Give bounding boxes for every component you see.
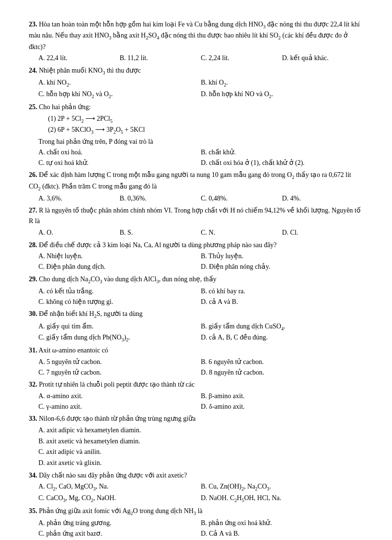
q32-text: 32. Protit tự nhiên là chuỗi poli peptit… bbox=[29, 379, 363, 390]
q28-text: 28. Để điều chế được cả 3 kim loại Na, C… bbox=[29, 240, 363, 251]
q26-options: A. 3,6%. B. 0,36%. C. 0,48%. D. 4%. bbox=[38, 193, 363, 204]
q28-optD: D. Điện phân nóng chảy. bbox=[201, 262, 363, 272]
q35-text: 35. Phản ứng giữa axit fomic với Ag2O tr… bbox=[29, 506, 363, 517]
q25-text: 25. Cho hai phản ứng: bbox=[29, 102, 363, 113]
q33-optA: A. axit adipic và hexametylen diamin. bbox=[38, 425, 363, 436]
question-26: 26. Để xác định hàm lượng C trong một mẫ… bbox=[29, 170, 363, 203]
q30-text: 30. Để nhận biết khí H2S, người ta dùng bbox=[29, 309, 363, 320]
q33-options: A. axit adipic và hexametylen diamin. B.… bbox=[38, 425, 363, 468]
q33-text: 33. Nilon-6,6 được tạo thành từ phản ứng… bbox=[29, 414, 363, 424]
q28-optB: B. Thủy luyện. bbox=[201, 251, 363, 262]
question-24: 24. Nhiệt phân muối KNO3 thì thu được A.… bbox=[29, 65, 363, 100]
q32-optB: B. β-amino axit. bbox=[201, 391, 363, 402]
q32-options: A. α-amino axit. B. β-amino axit. C. γ-a… bbox=[38, 391, 363, 412]
question-31: 31. Axit ω-amino enantoic có A. 5 nguyên… bbox=[29, 345, 363, 377]
q26-text: 26. Để xác định hàm lượng C trong một mẫ… bbox=[29, 170, 363, 192]
q26-optA: A. 3,6%. bbox=[38, 193, 120, 204]
q24-optB: B. khí O2. bbox=[201, 77, 363, 88]
q31-text: 31. Axit ω-amino enantoic có bbox=[29, 345, 363, 356]
q35-options: A. phản ứng tráng gương. B. phản ứng oxi… bbox=[38, 518, 363, 539]
q31-optD: D. 8 nguyên tử cacbon. bbox=[201, 367, 363, 378]
question-27: 27. R là nguyên tố thuộc phân nhóm chính… bbox=[29, 205, 363, 238]
q34-optB: B. Cu, Zn(OH)2, Na2CO3. bbox=[201, 481, 363, 492]
q25-reaction1: (1) 2P + 5Cl2 ⟶ 2PCl5 bbox=[48, 113, 363, 125]
question-25: 25. Cho hai phản ứng: (1) 2P + 5Cl2 ⟶ 2P… bbox=[29, 102, 363, 168]
q27-text: 27. R là nguyên tố thuộc phân nhóm chính… bbox=[29, 205, 363, 226]
question-29: 29. Cho dung dịch Na2CO3 vào dung dịch A… bbox=[29, 274, 363, 307]
q25-reactions: (1) 2P + 5Cl2 ⟶ 2PCl5 (2) 6P + 5KClO3 ⟶ … bbox=[48, 113, 363, 136]
q35-optA: A. phản ứng tráng gương. bbox=[38, 518, 201, 528]
q23-text: 23. Hòa tan hoàn toàn một hỗn hợp gồm ha… bbox=[29, 19, 363, 52]
q25-options: A. chất oxi hoá. B. chất khử. C. tự oxi … bbox=[38, 147, 363, 168]
q24-options: A. khí NO2. B. khí O2. C. hỗn hợp khí NO… bbox=[38, 77, 363, 100]
q25-sub-text: Trong hai phản ứng trên, P đóng vai trò … bbox=[38, 137, 363, 147]
exam-content: 23. Hòa tan hoàn toàn một hỗn hợp gồm ha… bbox=[29, 19, 363, 539]
q32-optC: C. γ-amino axit. bbox=[38, 402, 201, 412]
q25-optD: D. chất oxi hóa ở (1), chất khử ở (2). bbox=[201, 158, 363, 168]
q26-optB: B. 0,36%. bbox=[120, 193, 201, 204]
q31-optB: B. 6 nguyên tử cacbon. bbox=[201, 357, 363, 367]
q33-optB: B. axit axetic và hexametylen diamin. bbox=[38, 436, 363, 447]
q29-optB: B. có khí bay ra. bbox=[201, 286, 363, 297]
q23-options: A. 22,4 lít. B. 11,2 lít. C. 2,24 lít. D… bbox=[38, 53, 363, 63]
q27-options: A. O. B. S. C. N. D. Cl. bbox=[38, 227, 363, 238]
q34-options: A. Cl2, CaO, MgCO3, Na. B. Cu, Zn(OH)2, … bbox=[38, 481, 363, 504]
q23-optA: A. 22,4 lít. bbox=[38, 53, 120, 63]
q31-optC: C. 7 nguyên tử cacbon. bbox=[38, 367, 201, 378]
q25-optB: B. chất khử. bbox=[201, 147, 363, 158]
q31-optA: A. 5 nguyên tử cacbon. bbox=[38, 357, 201, 367]
q29-optC: C. không có hiện tượng gì. bbox=[38, 297, 201, 307]
q30-optA: A. giấy quì tím ẩm. bbox=[38, 321, 201, 332]
q24-text: 24. Nhiệt phân muối KNO3 thì thu được bbox=[29, 65, 363, 76]
q31-options: A. 5 nguyên tử cacbon. B. 6 nguyên tử ca… bbox=[38, 357, 363, 377]
question-23: 23. Hòa tan hoàn toàn một hỗn hợp gồm ha… bbox=[29, 19, 363, 63]
q30-options: A. giấy quì tím ẩm. B. giấy tẩm dung dịc… bbox=[38, 321, 363, 344]
q27-optB: B. S. bbox=[120, 227, 201, 238]
q34-optC: C. CaCO3, Mg, CO2, NaOH. bbox=[38, 493, 201, 504]
q23-optD: D. kết quả khác. bbox=[282, 53, 363, 63]
q30-optD: D. cả A, B, C đều đúng. bbox=[201, 332, 363, 343]
q35-optD: D. Cả A và B. bbox=[201, 528, 363, 539]
q25-reaction2: (2) 6P + 5KClO3 ⟶ 3P2O5 + 5KCl bbox=[48, 125, 363, 136]
q32-optA: A. α-amino axit. bbox=[38, 391, 201, 402]
q33-optD: D. axit axetic và glixin. bbox=[38, 458, 363, 468]
q23-optB: B. 11,2 lít. bbox=[120, 53, 201, 63]
q28-options: A. Nhiệt luyện. B. Thủy luyện. C. Điện p… bbox=[38, 251, 363, 272]
q28-optA: A. Nhiệt luyện. bbox=[38, 251, 201, 262]
q29-text: 29. Cho dung dịch Na2CO3 vào dung dịch A… bbox=[29, 274, 363, 285]
q23-optC: C. 2,24 lít. bbox=[201, 53, 282, 63]
question-33: 33. Nilon-6,6 được tạo thành từ phản ứng… bbox=[29, 414, 363, 468]
question-34: 34. Dãy chất nào sau đây phản ứng được v… bbox=[29, 470, 363, 504]
q35-optC: C. phản ứng axit bazơ. bbox=[38, 528, 201, 539]
q29-options: A. có kết tủa trắng. B. có khí bay ra. C… bbox=[38, 286, 363, 307]
q34-text: 34. Dãy chất nào sau đây phản ứng được v… bbox=[29, 470, 363, 481]
q25-optA: A. chất oxi hoá. bbox=[38, 147, 201, 158]
q34-optA: A. Cl2, CaO, MgCO3, Na. bbox=[38, 481, 201, 492]
q24-optA: A. khí NO2. bbox=[38, 77, 201, 88]
question-35: 35. Phản ứng giữa axit fomic với Ag2O tr… bbox=[29, 506, 363, 539]
q33-optC: C. axit adipic và anilin. bbox=[38, 447, 363, 457]
q27-optC: C. N. bbox=[201, 227, 282, 238]
question-30: 30. Để nhận biết khí H2S, người ta dùng … bbox=[29, 309, 363, 343]
q34-optD: D. NaOH. C2H5OH, HCl, Na. bbox=[201, 493, 363, 504]
q26-optC: C. 0,48%. bbox=[201, 193, 282, 204]
q24-optD: D. hỗn hợp khí NO và O2. bbox=[201, 89, 363, 100]
q29-optD: D. cả A và B. bbox=[201, 297, 363, 307]
question-28: 28. Để điều chế được cả 3 kim loại Na, C… bbox=[29, 240, 363, 272]
q29-optA: A. có kết tủa trắng. bbox=[38, 286, 201, 297]
q26-optD: D. 4%. bbox=[282, 193, 363, 204]
q30-optB: B. giấy tẩm dung dịch CuSO4. bbox=[201, 321, 363, 332]
q35-optB: B. phản ứng oxi hoá khử. bbox=[201, 518, 363, 528]
q28-optC: C. Điện phân dung dịch. bbox=[38, 262, 201, 272]
q24-optC: C. hỗn hợp khí NO2 và O2. bbox=[38, 89, 201, 100]
q27-optA: A. O. bbox=[38, 227, 120, 238]
q27-optD: D. Cl. bbox=[282, 227, 363, 238]
q25-optC: C. tự oxi hoá khử. bbox=[38, 158, 201, 168]
q30-optC: C. giấy tẩm dung dịch Pb(NO3)2. bbox=[38, 332, 201, 343]
q32-optD: D. δ-amino axit. bbox=[201, 402, 363, 412]
question-32: 32. Protit tự nhiên là chuỗi poli peptit… bbox=[29, 379, 363, 412]
